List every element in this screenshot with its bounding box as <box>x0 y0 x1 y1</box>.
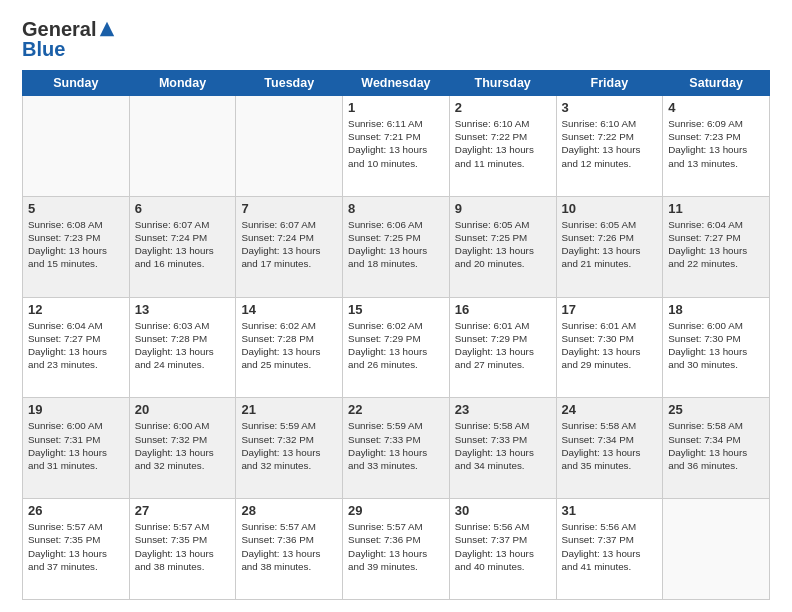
calendar-cell: 11Sunrise: 6:04 AM Sunset: 7:27 PM Dayli… <box>663 196 770 297</box>
day-number: 5 <box>28 201 124 216</box>
calendar-table: SundayMondayTuesdayWednesdayThursdayFrid… <box>22 70 770 600</box>
day-info: Sunrise: 6:10 AM Sunset: 7:22 PM Dayligh… <box>455 117 551 170</box>
day-number: 10 <box>562 201 658 216</box>
calendar-week-row: 26Sunrise: 5:57 AM Sunset: 7:35 PM Dayli… <box>23 499 770 600</box>
day-number: 18 <box>668 302 764 317</box>
day-info: Sunrise: 6:04 AM Sunset: 7:27 PM Dayligh… <box>28 319 124 372</box>
calendar-cell: 23Sunrise: 5:58 AM Sunset: 7:33 PM Dayli… <box>449 398 556 499</box>
day-info: Sunrise: 6:09 AM Sunset: 7:23 PM Dayligh… <box>668 117 764 170</box>
day-number: 21 <box>241 402 337 417</box>
day-info: Sunrise: 6:10 AM Sunset: 7:22 PM Dayligh… <box>562 117 658 170</box>
day-info: Sunrise: 6:00 AM Sunset: 7:31 PM Dayligh… <box>28 419 124 472</box>
day-number: 12 <box>28 302 124 317</box>
day-info: Sunrise: 6:08 AM Sunset: 7:23 PM Dayligh… <box>28 218 124 271</box>
header: General Blue <box>22 18 770 60</box>
calendar-cell: 9Sunrise: 6:05 AM Sunset: 7:25 PM Daylig… <box>449 196 556 297</box>
day-number: 15 <box>348 302 444 317</box>
calendar-cell: 18Sunrise: 6:00 AM Sunset: 7:30 PM Dayli… <box>663 297 770 398</box>
day-number: 1 <box>348 100 444 115</box>
calendar-cell: 10Sunrise: 6:05 AM Sunset: 7:26 PM Dayli… <box>556 196 663 297</box>
logo-blue: Blue <box>22 38 116 60</box>
day-info: Sunrise: 5:57 AM Sunset: 7:36 PM Dayligh… <box>348 520 444 573</box>
calendar-cell: 21Sunrise: 5:59 AM Sunset: 7:32 PM Dayli… <box>236 398 343 499</box>
day-number: 31 <box>562 503 658 518</box>
calendar-cell: 17Sunrise: 6:01 AM Sunset: 7:30 PM Dayli… <box>556 297 663 398</box>
calendar-cell <box>23 96 130 197</box>
day-info: Sunrise: 6:05 AM Sunset: 7:25 PM Dayligh… <box>455 218 551 271</box>
calendar-cell: 19Sunrise: 6:00 AM Sunset: 7:31 PM Dayli… <box>23 398 130 499</box>
calendar-cell: 6Sunrise: 6:07 AM Sunset: 7:24 PM Daylig… <box>129 196 236 297</box>
calendar-cell: 24Sunrise: 5:58 AM Sunset: 7:34 PM Dayli… <box>556 398 663 499</box>
weekday-header-sunday: Sunday <box>23 71 130 96</box>
logo-general: General <box>22 18 96 40</box>
calendar-cell <box>663 499 770 600</box>
day-number: 2 <box>455 100 551 115</box>
day-info: Sunrise: 5:57 AM Sunset: 7:36 PM Dayligh… <box>241 520 337 573</box>
calendar-week-row: 1Sunrise: 6:11 AM Sunset: 7:21 PM Daylig… <box>23 96 770 197</box>
day-info: Sunrise: 6:04 AM Sunset: 7:27 PM Dayligh… <box>668 218 764 271</box>
day-number: 28 <box>241 503 337 518</box>
calendar-week-row: 12Sunrise: 6:04 AM Sunset: 7:27 PM Dayli… <box>23 297 770 398</box>
calendar-cell: 28Sunrise: 5:57 AM Sunset: 7:36 PM Dayli… <box>236 499 343 600</box>
day-info: Sunrise: 5:58 AM Sunset: 7:34 PM Dayligh… <box>668 419 764 472</box>
calendar-cell: 14Sunrise: 6:02 AM Sunset: 7:28 PM Dayli… <box>236 297 343 398</box>
calendar-cell: 8Sunrise: 6:06 AM Sunset: 7:25 PM Daylig… <box>343 196 450 297</box>
calendar-cell: 12Sunrise: 6:04 AM Sunset: 7:27 PM Dayli… <box>23 297 130 398</box>
day-number: 3 <box>562 100 658 115</box>
day-number: 24 <box>562 402 658 417</box>
weekday-header-row: SundayMondayTuesdayWednesdayThursdayFrid… <box>23 71 770 96</box>
calendar-cell: 27Sunrise: 5:57 AM Sunset: 7:35 PM Dayli… <box>129 499 236 600</box>
day-number: 9 <box>455 201 551 216</box>
day-info: Sunrise: 6:06 AM Sunset: 7:25 PM Dayligh… <box>348 218 444 271</box>
day-number: 29 <box>348 503 444 518</box>
calendar-cell <box>236 96 343 197</box>
calendar-cell: 30Sunrise: 5:56 AM Sunset: 7:37 PM Dayli… <box>449 499 556 600</box>
logo: General Blue <box>22 18 116 60</box>
day-info: Sunrise: 6:11 AM Sunset: 7:21 PM Dayligh… <box>348 117 444 170</box>
calendar-cell: 2Sunrise: 6:10 AM Sunset: 7:22 PM Daylig… <box>449 96 556 197</box>
day-number: 14 <box>241 302 337 317</box>
calendar-cell: 1Sunrise: 6:11 AM Sunset: 7:21 PM Daylig… <box>343 96 450 197</box>
calendar-cell: 22Sunrise: 5:59 AM Sunset: 7:33 PM Dayli… <box>343 398 450 499</box>
weekday-header-tuesday: Tuesday <box>236 71 343 96</box>
day-number: 22 <box>348 402 444 417</box>
day-number: 26 <box>28 503 124 518</box>
calendar-cell: 20Sunrise: 6:00 AM Sunset: 7:32 PM Dayli… <box>129 398 236 499</box>
calendar-cell: 25Sunrise: 5:58 AM Sunset: 7:34 PM Dayli… <box>663 398 770 499</box>
calendar-cell: 29Sunrise: 5:57 AM Sunset: 7:36 PM Dayli… <box>343 499 450 600</box>
calendar-cell <box>129 96 236 197</box>
day-number: 27 <box>135 503 231 518</box>
day-number: 11 <box>668 201 764 216</box>
calendar-week-row: 19Sunrise: 6:00 AM Sunset: 7:31 PM Dayli… <box>23 398 770 499</box>
day-info: Sunrise: 5:58 AM Sunset: 7:33 PM Dayligh… <box>455 419 551 472</box>
day-info: Sunrise: 6:02 AM Sunset: 7:29 PM Dayligh… <box>348 319 444 372</box>
day-number: 19 <box>28 402 124 417</box>
calendar-cell: 3Sunrise: 6:10 AM Sunset: 7:22 PM Daylig… <box>556 96 663 197</box>
day-number: 13 <box>135 302 231 317</box>
day-info: Sunrise: 5:56 AM Sunset: 7:37 PM Dayligh… <box>455 520 551 573</box>
day-info: Sunrise: 6:07 AM Sunset: 7:24 PM Dayligh… <box>135 218 231 271</box>
day-info: Sunrise: 5:57 AM Sunset: 7:35 PM Dayligh… <box>28 520 124 573</box>
day-info: Sunrise: 6:05 AM Sunset: 7:26 PM Dayligh… <box>562 218 658 271</box>
day-info: Sunrise: 5:58 AM Sunset: 7:34 PM Dayligh… <box>562 419 658 472</box>
logo-icon <box>98 20 116 38</box>
day-number: 25 <box>668 402 764 417</box>
day-number: 4 <box>668 100 764 115</box>
day-info: Sunrise: 6:01 AM Sunset: 7:29 PM Dayligh… <box>455 319 551 372</box>
weekday-header-wednesday: Wednesday <box>343 71 450 96</box>
day-number: 30 <box>455 503 551 518</box>
day-info: Sunrise: 6:01 AM Sunset: 7:30 PM Dayligh… <box>562 319 658 372</box>
day-number: 23 <box>455 402 551 417</box>
day-number: 8 <box>348 201 444 216</box>
day-info: Sunrise: 6:07 AM Sunset: 7:24 PM Dayligh… <box>241 218 337 271</box>
day-info: Sunrise: 5:57 AM Sunset: 7:35 PM Dayligh… <box>135 520 231 573</box>
day-number: 7 <box>241 201 337 216</box>
day-info: Sunrise: 6:02 AM Sunset: 7:28 PM Dayligh… <box>241 319 337 372</box>
weekday-header-friday: Friday <box>556 71 663 96</box>
day-info: Sunrise: 5:59 AM Sunset: 7:33 PM Dayligh… <box>348 419 444 472</box>
calendar-cell: 5Sunrise: 6:08 AM Sunset: 7:23 PM Daylig… <box>23 196 130 297</box>
day-info: Sunrise: 5:56 AM Sunset: 7:37 PM Dayligh… <box>562 520 658 573</box>
calendar-cell: 7Sunrise: 6:07 AM Sunset: 7:24 PM Daylig… <box>236 196 343 297</box>
calendar-cell: 26Sunrise: 5:57 AM Sunset: 7:35 PM Dayli… <box>23 499 130 600</box>
page: General Blue SundayMondayTuesdayWednesda… <box>0 0 792 612</box>
